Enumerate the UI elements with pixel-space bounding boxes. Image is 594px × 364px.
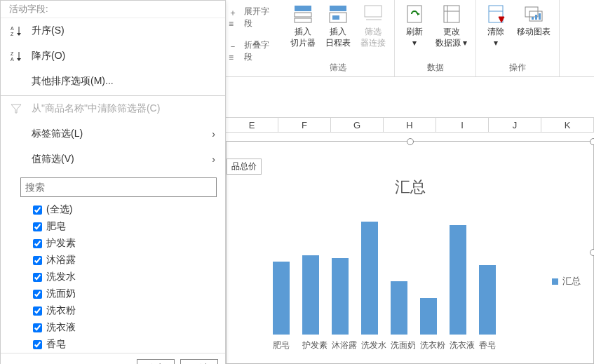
col-header[interactable]: E xyxy=(226,118,278,132)
list-item[interactable]: (全选) xyxy=(33,201,225,218)
svg-rect-6 xyxy=(365,6,382,17)
menu-item-label: 降序(O) xyxy=(32,50,65,62)
chart-object[interactable]: 品总价 汇总 肥皂护发素沐浴露洗发水洗面奶洗衣粉洗衣液香皂 汇总 xyxy=(226,141,594,364)
chart-legend[interactable]: 汇总 xyxy=(552,275,581,288)
x-tick-label: 洗衣液 xyxy=(450,339,466,351)
menu-item-label: 标签筛选(L) xyxy=(32,128,83,140)
svg-text:Z: Z xyxy=(11,32,14,36)
funnel-clear-icon xyxy=(9,102,23,116)
checkbox[interactable] xyxy=(33,205,42,215)
list-item[interactable]: 肥皂 xyxy=(33,218,225,235)
refresh-button[interactable]: 刷新▾ xyxy=(400,1,428,50)
bar[interactable] xyxy=(302,255,319,335)
chevron-down-icon: ▾ xyxy=(494,38,498,48)
insert-slicer-button[interactable]: 插入 切片器 xyxy=(288,1,318,50)
menu-item-label: 升序(S) xyxy=(32,25,65,37)
ribbon-group-title: 操作 xyxy=(509,62,526,76)
selection-handle[interactable] xyxy=(407,138,414,145)
selection-handle[interactable] xyxy=(590,249,594,256)
bar[interactable] xyxy=(273,262,290,335)
search-input[interactable] xyxy=(20,177,217,197)
list-item[interactable]: 香皂 xyxy=(33,336,225,353)
sort-descending-item[interactable]: ZA 降序(O) xyxy=(1,43,225,69)
x-axis-labels: 肥皂护发素沐浴露洗发水洗面奶洗衣粉洗衣液香皂 xyxy=(234,339,535,351)
menu-item-label: 从"商品名称"中清除筛选器(C) xyxy=(32,102,160,115)
col-header[interactable]: F xyxy=(278,118,331,132)
label-filter-item[interactable]: 标签筛选(L) › xyxy=(1,121,225,147)
svg-rect-5 xyxy=(332,15,339,20)
x-tick-label: 肥皂 xyxy=(273,339,290,351)
bar[interactable] xyxy=(332,258,349,335)
checkbox[interactable] xyxy=(33,306,42,316)
checkbox[interactable] xyxy=(33,256,42,265)
bar[interactable] xyxy=(420,298,437,335)
value-filter-item[interactable]: 值筛选(V) › xyxy=(1,147,225,172)
plot-area[interactable] xyxy=(234,215,535,335)
clear-button[interactable]: 清除▾ xyxy=(482,1,510,50)
menu-item-label: 值筛选(V) xyxy=(32,153,74,166)
list-item[interactable]: 洗衣粉 xyxy=(33,302,225,319)
list-item[interactable]: 洗面奶 xyxy=(33,285,225,302)
bar[interactable] xyxy=(479,265,496,335)
checkbox[interactable] xyxy=(33,273,42,282)
checkbox[interactable] xyxy=(33,222,42,231)
checkbox[interactable] xyxy=(33,290,42,299)
sort-ascending-item[interactable]: AZ 升序(S) xyxy=(1,18,225,43)
bar[interactable] xyxy=(391,281,407,335)
collapse-field-button[interactable]: －≡折叠字段 xyxy=(229,39,276,63)
list-item[interactable]: 护发素 xyxy=(33,235,225,252)
legend-label: 汇总 xyxy=(562,275,581,288)
svg-rect-20 xyxy=(539,13,541,20)
chevron-right-icon: › xyxy=(212,128,215,140)
x-tick-label: 洗衣粉 xyxy=(420,339,437,351)
x-tick-label: 洗面奶 xyxy=(391,339,407,351)
chart-title[interactable]: 汇总 xyxy=(227,177,593,198)
ribbon-group-title: 筛选 xyxy=(330,62,346,76)
connection-icon xyxy=(362,3,384,25)
svg-rect-18 xyxy=(532,17,534,20)
chevron-down-icon: ▾ xyxy=(412,38,417,48)
move-chart-button[interactable]: 移动图表 xyxy=(514,1,553,50)
checkbox[interactable] xyxy=(33,323,42,332)
list-item[interactable]: 沐浴露 xyxy=(33,252,225,269)
expand-field-button[interactable]: ＋≡展开字段 xyxy=(229,6,276,29)
selection-handle[interactable] xyxy=(590,138,594,145)
col-header[interactable]: I xyxy=(436,118,489,132)
field-button[interactable]: 品总价 xyxy=(227,159,262,175)
x-tick-label: 洗发水 xyxy=(361,339,378,351)
cancel-button[interactable]: 取消 xyxy=(180,359,218,364)
checkbox[interactable] xyxy=(33,340,42,349)
insert-timeline-button[interactable]: 插入 日程表 xyxy=(323,1,353,50)
bar[interactable] xyxy=(361,222,378,335)
col-header[interactable]: H xyxy=(384,118,436,132)
svg-rect-1 xyxy=(295,13,311,17)
timeline-icon xyxy=(327,3,349,25)
legend-swatch xyxy=(552,278,558,285)
column-headers: E F G H I J K xyxy=(226,117,594,133)
list-item[interactable]: 洗发水 xyxy=(33,269,225,285)
x-tick-label: 护发素 xyxy=(302,339,319,351)
svg-text:A: A xyxy=(11,26,14,31)
ribbon-group-filter: 插入 切片器 插入 日程表 筛选 器连接 筛选 xyxy=(282,0,395,76)
field-expand-group: ＋≡展开字段 －≡折叠字段 xyxy=(226,0,278,69)
col-header[interactable]: K xyxy=(541,118,594,132)
x-tick-label: 沐浴露 xyxy=(332,339,349,351)
sort-desc-icon: ZA xyxy=(9,49,23,63)
refresh-icon xyxy=(403,3,426,25)
svg-marker-28 xyxy=(17,58,21,61)
col-header[interactable]: G xyxy=(331,118,384,132)
datasource-icon xyxy=(440,3,463,25)
minus-icon: －≡ xyxy=(229,41,241,62)
slicer-icon xyxy=(292,3,314,25)
bar[interactable] xyxy=(450,225,466,335)
change-datasource-button[interactable]: 更改 数据源 ▾ xyxy=(433,1,470,50)
svg-marker-24 xyxy=(17,33,21,36)
x-tick-label: 香皂 xyxy=(479,339,496,351)
col-header[interactable]: J xyxy=(489,118,541,132)
list-item[interactable]: 洗衣液 xyxy=(33,319,225,336)
ok-button[interactable]: 确定 xyxy=(137,359,175,364)
checkbox[interactable] xyxy=(33,239,42,248)
menu-button-row: 确定 取消 xyxy=(1,353,225,364)
svg-marker-9 xyxy=(417,13,420,15)
more-sort-options-item[interactable]: 其他排序选项(M)... xyxy=(1,69,225,94)
